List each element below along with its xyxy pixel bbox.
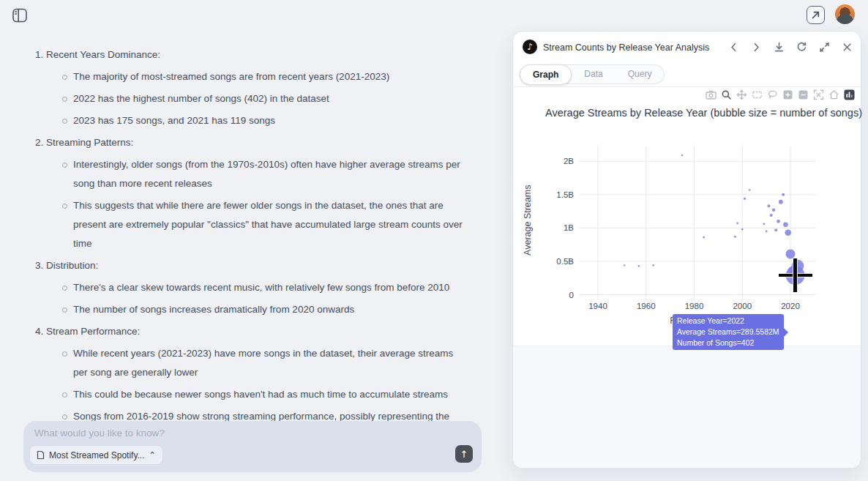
bubble-year-2020[interactable] xyxy=(786,249,796,258)
tab-query[interactable]: Query xyxy=(616,65,665,83)
tooltip-line: Average Streams=289.5582M xyxy=(677,327,779,338)
bubble-year-1951[interactable] xyxy=(624,264,625,266)
panel-tabs: GraphDataQuery xyxy=(520,64,665,84)
download-icon[interactable] xyxy=(773,41,785,53)
bubble-year-1998[interactable] xyxy=(736,223,738,225)
plotly-modebar xyxy=(706,89,855,100)
bubble-chart: 00.5B1B1.5B2B19401960198020002020Average… xyxy=(513,87,862,346)
bubble-year-1963[interactable] xyxy=(652,264,654,266)
x-tick-label: 1940 xyxy=(588,302,607,310)
section-title: 1. Recent Years Dominance: xyxy=(35,45,474,64)
bullet-item: This suggests that while there are fewer… xyxy=(62,196,463,253)
bullet-text: This could be because newer songs haven'… xyxy=(73,385,448,404)
y-tick-label: 0.5B xyxy=(556,257,574,266)
bullet-text: There's a clear skew towards recent musi… xyxy=(73,278,449,297)
expand-icon[interactable] xyxy=(818,41,831,53)
chat-composer[interactable]: What would you like to know? Most Stream… xyxy=(23,421,482,472)
analysis-content: 1. Recent Years Dominance:The majority o… xyxy=(35,45,474,467)
sidebar-toggle-icon[interactable] xyxy=(10,6,29,24)
bullet-text: The number of songs increases dramatical… xyxy=(73,300,354,319)
bubble-year-1975[interactable] xyxy=(681,154,684,157)
chevron-right-icon[interactable] xyxy=(750,41,763,53)
pan-icon[interactable] xyxy=(736,89,747,100)
bubble-year-2009[interactable] xyxy=(763,223,765,225)
bubble-year-2013[interactable] xyxy=(772,209,775,212)
attachment-label: Most Streamed Spotify... xyxy=(49,450,145,461)
chart-area: 00.5B1B1.5B2B19401960198020002020Average… xyxy=(513,87,861,346)
y-tick-label: 2B xyxy=(564,157,574,165)
close-icon[interactable] xyxy=(841,41,853,53)
bullet-item: The number of songs increases dramatical… xyxy=(62,300,463,319)
bubble-year-2014[interactable] xyxy=(774,228,777,231)
bullet-text: The majority of most-streamed songs are … xyxy=(73,67,389,86)
bubble-year-2003[interactable] xyxy=(749,189,750,190)
send-button[interactable]: ↑ xyxy=(455,445,473,463)
bullet-text: Interestingly, older songs (from the 197… xyxy=(73,155,463,193)
bubble-year-2017[interactable] xyxy=(782,193,785,196)
tab-data[interactable]: Data xyxy=(572,65,615,83)
zoom-icon[interactable] xyxy=(721,89,732,100)
x-tick-label: 1980 xyxy=(685,302,704,310)
plotly-logo-icon[interactable] xyxy=(844,89,855,100)
y-axis-title: Average Streams xyxy=(523,185,533,256)
chevron-up-icon: ⌃ xyxy=(149,450,156,460)
panel-title: Stream Counts by Release Year Analysis xyxy=(543,42,709,53)
tooltip-line: Number of Songs=402 xyxy=(677,338,779,348)
camera-icon[interactable] xyxy=(706,89,717,100)
section-title: 3. Distribution: xyxy=(35,256,474,275)
bubble-year-2001[interactable] xyxy=(744,198,746,200)
autoscale-icon[interactable] xyxy=(813,89,824,100)
tooltip-line: Release Year=2022 xyxy=(677,316,779,327)
section-title: 2. Streaming Patterns: xyxy=(35,133,474,152)
bullet-item: 2023 has 175 songs, and 2021 has 119 son… xyxy=(62,111,463,130)
bubble-year-1984[interactable] xyxy=(703,236,705,239)
bubble-year-2012[interactable] xyxy=(770,214,773,217)
bubble-year-2018[interactable] xyxy=(783,222,788,227)
bubble-year-1997[interactable] xyxy=(734,236,736,238)
bubble-year-2019[interactable] xyxy=(785,229,791,236)
bubble-year-2011[interactable] xyxy=(767,204,770,207)
app-logo-icon: ♪ xyxy=(523,40,537,54)
y-tick-label: 0 xyxy=(569,291,574,299)
bullet-marker xyxy=(62,307,67,313)
chevron-left-icon[interactable] xyxy=(727,41,740,53)
attachment-chip[interactable]: Most Streamed Spotify... ⌃ xyxy=(29,445,163,465)
lasso-icon[interactable] xyxy=(767,89,778,100)
home-icon[interactable] xyxy=(828,89,839,100)
bubble-year-2000[interactable] xyxy=(741,228,744,231)
bullet-marker xyxy=(62,204,67,209)
chat-input-placeholder[interactable]: What would you like to know? xyxy=(34,428,165,439)
chart-panel: ♪ Stream Counts by Release Year Analysis… xyxy=(512,31,861,469)
bullet-marker xyxy=(62,392,67,398)
document-icon xyxy=(37,450,45,460)
zoom-in-icon[interactable] xyxy=(782,89,793,100)
box-select-icon[interactable] xyxy=(752,89,763,100)
user-avatar[interactable] xyxy=(835,4,855,24)
arrow-up-right-icon xyxy=(811,10,820,20)
bubble-year-2010[interactable] xyxy=(766,231,768,233)
send-arrow-icon: ↑ xyxy=(460,449,468,460)
chart-title: Average Streams by Release Year (bubble … xyxy=(545,107,862,119)
bullet-marker xyxy=(62,97,67,102)
zoom-out-icon[interactable] xyxy=(798,89,809,100)
bubble-year-2016[interactable] xyxy=(779,200,783,204)
x-tick-label: 2020 xyxy=(781,302,800,310)
bullet-text: 2022 has the highest number of songs (40… xyxy=(73,89,329,108)
bullet-marker xyxy=(62,351,67,357)
y-tick-label: 1.5B xyxy=(556,190,574,199)
x-tick-label: 2000 xyxy=(733,302,752,310)
y-tick-label: 1B xyxy=(564,223,574,232)
panel-lower-area xyxy=(513,346,861,468)
bullet-text: While recent years (2021-2023) have more… xyxy=(73,344,463,382)
bubble-year-1957[interactable] xyxy=(638,265,640,267)
panel-nav xyxy=(727,41,853,53)
tab-graph[interactable]: Graph xyxy=(520,64,572,85)
bubble-year-2015[interactable] xyxy=(777,220,780,223)
panel-header: ♪ Stream Counts by Release Year Analysis xyxy=(513,31,861,64)
bullet-marker xyxy=(62,286,67,291)
bullet-marker xyxy=(62,163,67,168)
bullet-item: The majority of most-streamed songs are … xyxy=(62,67,463,86)
open-external-button[interactable] xyxy=(807,6,825,24)
crosshair-cursor xyxy=(793,258,797,292)
refresh-icon[interactable] xyxy=(796,41,808,53)
